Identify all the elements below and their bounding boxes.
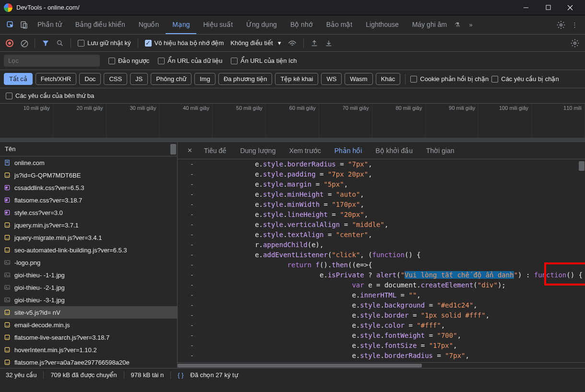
vertical-scrollbar[interactable]: [579, 161, 585, 171]
request-row[interactable]: jquery-migrate.min.js?ver=3.4.1: [0, 231, 177, 244]
chip-ws[interactable]: WS: [321, 73, 342, 85]
close-details-icon[interactable]: ✕: [182, 147, 197, 154]
hide-data-urls-checkbox[interactable]: Ẩn URL của dữ liệu: [158, 57, 222, 64]
svg-point-12: [574, 42, 576, 44]
invert-checkbox[interactable]: Đảo ngược: [108, 57, 149, 64]
request-row[interactable]: #style.css?ver=3.0: [0, 206, 177, 219]
more-tabs-chevron-icon[interactable]: »: [464, 18, 478, 32]
request-row[interactable]: flatsome-live-search.js?ver=3.18.7: [0, 331, 177, 344]
chip-doc[interactable]: Doc: [79, 73, 101, 85]
blocked-requests-checkbox[interactable]: Các yêu cầu bị chặn: [491, 75, 559, 83]
preserve-log-checkbox[interactable]: Lưu giữ nhật ký: [78, 39, 131, 47]
chip-img[interactable]: Img: [194, 73, 215, 85]
request-row[interactable]: -logo.png: [0, 256, 177, 269]
request-row[interactable]: #flatsome.css?ver=3.18.7: [0, 194, 177, 206]
details-tab-4[interactable]: Bộ khởi đầu: [369, 143, 419, 158]
inspect-icon[interactable]: [4, 18, 17, 32]
chip--a-ph-ng-ti-n[interactable]: Đa phương tiện: [218, 73, 273, 85]
tab-bộ-nhớ[interactable]: Bộ nhớ: [284, 16, 320, 34]
request-row[interactable]: js?id=G-QPM7MDT6BE: [0, 169, 177, 181]
hide-ext-urls-checkbox[interactable]: Ẩn URL của tiện ích: [231, 57, 297, 64]
details-tab-1[interactable]: Dung lượng: [233, 143, 282, 158]
svg-rect-1: [546, 5, 550, 10]
horizontal-scrollbar[interactable]: [178, 362, 585, 368]
minimize-button[interactable]: [515, 0, 537, 15]
request-name: flatsome-live-search.js?ver=3.18.7: [14, 334, 109, 341]
chip-t-p-k-khai[interactable]: Tệp kê khai: [275, 73, 318, 85]
details-tab-0[interactable]: Tiêu đề: [197, 143, 233, 158]
timeline-tick: 30 mili giây: [107, 104, 160, 142]
throttle-select[interactable]: Không điều tiết ▾: [230, 39, 281, 47]
request-name: online.com: [14, 159, 45, 166]
search-icon[interactable]: [56, 39, 64, 47]
request-row[interactable]: online.com: [0, 156, 177, 169]
tab-hiệu-suất[interactable]: Hiệu suất: [196, 16, 239, 34]
clear-button[interactable]: [20, 39, 28, 47]
third-party-checkbox[interactable]: Các yêu cầu của bên thứ ba: [6, 92, 94, 99]
svg-rect-48: [5, 335, 9, 339]
tab-máy-ghi-âm[interactable]: Máy ghi âm: [406, 16, 454, 34]
network-conditions-icon[interactable]: [288, 40, 297, 47]
tab-lighthouse[interactable]: Lighthouse: [359, 16, 406, 34]
request-row[interactable]: seo-automated-link-building.js?ver=6.5.3: [0, 244, 177, 256]
filter-icon[interactable]: [42, 39, 49, 47]
request-name: -logo.png: [14, 259, 40, 266]
details-tab-5[interactable]: Thời gian: [419, 143, 461, 158]
tab-phần-tử[interactable]: Phần tử: [31, 16, 69, 34]
upload-har-icon[interactable]: [310, 39, 318, 47]
download-har-icon[interactable]: [325, 39, 333, 47]
details-tab-3[interactable]: Phản hồi: [328, 143, 369, 158]
chip-ph-ng-ch-[interactable]: Phông chữ: [151, 73, 191, 85]
device-toggle-icon[interactable]: [17, 18, 31, 32]
request-row[interactable]: site-v5.js?id= nV: [0, 306, 177, 319]
chip-kh-c[interactable]: Khác: [376, 73, 401, 85]
name-column-header[interactable]: Tên: [0, 142, 177, 156]
response-code[interactable]: - e.style.borderRadius = "7px",- e.style…: [178, 159, 585, 362]
request-row[interactable]: #cssaddlink.css?ver=6.5.3: [0, 181, 177, 194]
request-row[interactable]: hoverIntent.min.js?ver=1.10.2: [0, 344, 177, 356]
maximize-button[interactable]: [537, 0, 559, 15]
tab-nguồn[interactable]: Nguồn: [132, 16, 166, 34]
request-row[interactable]: flatsome.js?ver=a0a7aee297766598a20e: [0, 356, 177, 368]
timeline-tick: 110 mili: [532, 104, 585, 142]
doc-file-icon: [4, 159, 11, 166]
request-row[interactable]: jquery.min.js?ver=3.7.1: [0, 219, 177, 231]
svg-rect-45: [5, 322, 9, 327]
resources-size: 978 kB tài n: [131, 371, 164, 379]
details-tab-2[interactable]: Xem trước: [282, 143, 327, 158]
chip-fetch-xhr[interactable]: Fetch/XHR: [36, 73, 77, 85]
vertical-scrollbar[interactable]: [170, 144, 176, 154]
settings-gear-icon[interactable]: [554, 18, 568, 32]
chip-wasm[interactable]: Wasm: [345, 73, 372, 85]
svg-point-33: [8, 250, 9, 251]
record-button[interactable]: [6, 39, 13, 47]
tab-mạng[interactable]: Mạng: [166, 16, 196, 34]
request-row[interactable]: gioi-thieu- -3-1.jpg: [0, 294, 177, 306]
timeline-tick: 20 mili giây: [53, 104, 107, 142]
close-button[interactable]: [559, 0, 581, 15]
request-row[interactable]: email-decode.min.js: [0, 319, 177, 331]
network-settings-gear-icon[interactable]: [571, 39, 579, 48]
css-file-icon: #: [4, 184, 11, 191]
request-row[interactable]: gioi-thieu- -1-1.jpg: [0, 269, 177, 281]
svg-point-26: [6, 226, 7, 226]
js-file-icon: [4, 309, 11, 316]
request-name: style.css?ver=3.0: [14, 209, 63, 216]
chip-t-t-c-[interactable]: Tất cả: [4, 73, 33, 85]
js-file-icon: [4, 346, 11, 353]
filter-input[interactable]: [4, 55, 100, 67]
svg-point-30: [8, 238, 9, 239]
tab-ứng-dụng[interactable]: Ứng dụng: [239, 16, 284, 34]
kebab-menu-icon[interactable]: ⋮: [568, 18, 581, 32]
svg-text:#: #: [6, 211, 8, 214]
tab-bảng-điều-khiển[interactable]: Bảng điều khiển: [69, 16, 132, 34]
requests-list: Tên online.comjs?id=G-QPM7MDT6BE#cssaddl…: [0, 142, 178, 368]
disable-cache-checkbox[interactable]: ✓Vô hiệu hóa bộ nhớ đệm: [145, 39, 224, 47]
chip-js[interactable]: JS: [130, 73, 148, 85]
request-row[interactable]: gioi-thieu- -2-1.jpg: [0, 281, 177, 294]
pretty-print-icon[interactable]: { }: [178, 371, 183, 379]
chip-css[interactable]: CSS: [104, 73, 127, 85]
timeline[interactable]: 10 mili giây20 mili giây30 mili giây40 m…: [0, 104, 585, 142]
blocked-cookies-checkbox[interactable]: Cookie phản hồi bị chặn: [410, 75, 489, 83]
tab-bảo-mật[interactable]: Bảo mật: [320, 16, 359, 34]
